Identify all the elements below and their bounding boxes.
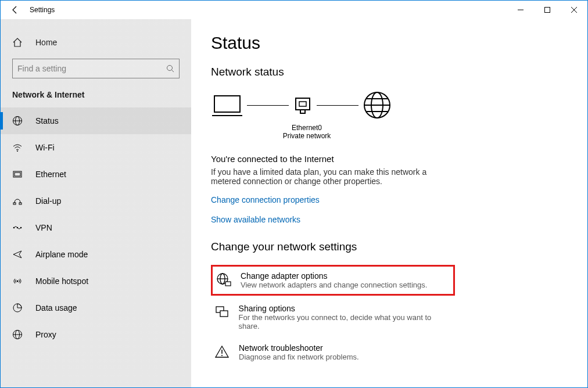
network-troubleshooter[interactable]: Network troubleshooter Diagnose and fix … — [211, 339, 455, 366]
svg-rect-9 — [15, 173, 20, 176]
svg-rect-33 — [225, 282, 231, 286]
option-title: Change adapter options — [241, 271, 427, 281]
proxy-icon — [12, 329, 26, 340]
troubleshooter-icon — [214, 343, 233, 360]
close-button[interactable] — [561, 1, 587, 19]
adapter-name: Ethernet0 — [275, 124, 339, 132]
adapter-options-icon — [216, 271, 235, 288]
svg-rect-10 — [13, 203, 16, 204]
option-desc: For the networks you connect to, decide … — [239, 313, 451, 330]
computer-icon — [211, 92, 243, 118]
airplane-icon — [12, 249, 26, 260]
sidebar-item-label: Dial-up — [35, 196, 61, 206]
search-input[interactable] — [17, 64, 166, 73]
change-adapter-options[interactable]: Change adapter options View network adap… — [211, 265, 455, 296]
section-title: Network status — [211, 66, 587, 78]
page-title: Status — [211, 33, 587, 53]
sidebar-item-vpn[interactable]: VPN — [1, 214, 191, 241]
content: Status Network status Ethernet0 Private … — [191, 19, 587, 387]
hotspot-icon — [12, 276, 26, 286]
vpn-icon — [12, 224, 26, 232]
show-available-networks-link[interactable]: Show available networks — [211, 215, 587, 224]
sidebar-item-dialup[interactable]: Dial-up — [1, 188, 191, 214]
search-box[interactable] — [12, 59, 180, 78]
sharing-options-icon — [214, 304, 233, 320]
sidebar-item-airplane[interactable]: Airplane mode — [1, 241, 191, 268]
network-diagram — [211, 90, 587, 120]
adapter-icon — [292, 95, 313, 116]
svg-point-15 — [17, 281, 19, 282]
svg-point-2 — [167, 66, 173, 71]
sidebar-item-label: Data usage — [35, 303, 77, 312]
svg-point-37 — [221, 355, 223, 356]
data-usage-icon — [12, 303, 26, 313]
sidebar-item-proxy[interactable]: Proxy — [1, 321, 191, 348]
sidebar-item-datausage[interactable]: Data usage — [1, 294, 191, 321]
ethernet-icon — [12, 169, 26, 179]
network-type: Private network — [275, 132, 339, 140]
minimize-button[interactable] — [507, 1, 534, 19]
sidebar-item-label: Proxy — [35, 330, 56, 339]
sidebar-item-label: VPN — [35, 223, 52, 232]
svg-line-3 — [172, 70, 174, 73]
section-heading: Network & Internet — [1, 85, 191, 107]
dialup-icon — [12, 196, 26, 206]
svg-rect-22 — [296, 98, 310, 110]
svg-rect-24 — [300, 110, 305, 113]
internet-globe-icon — [362, 90, 392, 120]
window-title: Settings — [30, 6, 55, 14]
sharing-options[interactable]: Sharing options For the networks you con… — [211, 299, 455, 335]
sidebar-item-label: Mobile hotspot — [35, 276, 88, 286]
change-settings-heading: Change your network settings — [211, 240, 587, 253]
search-icon — [166, 64, 174, 73]
svg-rect-11 — [19, 203, 21, 204]
maximize-button[interactable] — [534, 1, 561, 19]
sidebar-item-status[interactable]: Status — [1, 107, 191, 134]
sidebar-item-label: Ethernet — [35, 170, 66, 179]
sidebar-item-label: Wi-Fi — [35, 143, 55, 152]
diagram-caption: Ethernet0 Private network — [275, 124, 339, 140]
svg-rect-1 — [545, 8, 550, 13]
home-icon — [12, 37, 26, 48]
globe-icon — [12, 116, 26, 126]
sidebar-item-label: Status — [35, 116, 59, 125]
titlebar: Settings — [1, 1, 587, 19]
sidebar: Home Network & Internet Status — [1, 19, 191, 387]
sidebar-item-hotspot[interactable]: Mobile hotspot — [1, 268, 191, 294]
svg-rect-20 — [214, 96, 240, 112]
connection-status-text: You're connected to the Internet — [211, 154, 587, 164]
option-title: Network troubleshooter — [239, 343, 359, 353]
option-title: Sharing options — [239, 304, 451, 313]
svg-rect-35 — [220, 311, 228, 317]
sidebar-item-wifi[interactable]: Wi-Fi — [1, 134, 191, 161]
back-button[interactable] — [6, 5, 24, 15]
wifi-icon — [12, 142, 26, 153]
option-desc: Diagnose and fix network problems. — [239, 353, 359, 361]
change-connection-properties-link[interactable]: Change connection properties — [211, 195, 587, 204]
home-nav[interactable]: Home — [1, 31, 191, 54]
sidebar-item-ethernet[interactable]: Ethernet — [1, 161, 191, 188]
option-desc: View network adapters and change connect… — [241, 281, 427, 289]
home-label: Home — [35, 38, 57, 47]
connection-description: If you have a limited data plan, you can… — [211, 167, 455, 186]
svg-rect-23 — [299, 102, 306, 106]
svg-point-7 — [17, 150, 18, 152]
sidebar-item-label: Airplane mode — [35, 250, 88, 259]
